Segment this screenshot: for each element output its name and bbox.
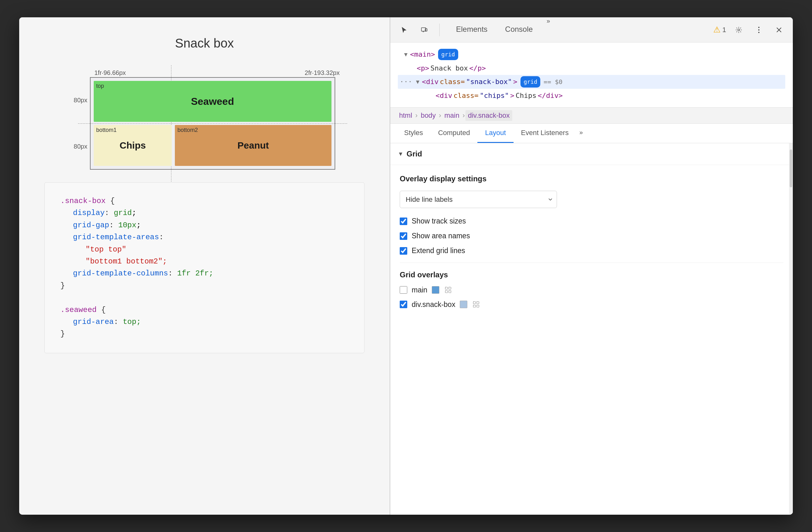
warning-icon: ⚠ <box>713 25 721 34</box>
svg-point-4 <box>758 27 759 28</box>
close-btn[interactable] <box>771 22 786 38</box>
checkbox-track-sizes-label: Show track sizes <box>412 217 466 225</box>
tab-elements[interactable]: Elements <box>447 17 496 42</box>
code-prop-gap: grid-gap <box>73 221 109 229</box>
checkbox-area-names-row: Show area names <box>400 232 783 240</box>
cursor-icon-btn[interactable] <box>396 22 412 38</box>
grid-main: 80px 80px top Seaweed bottom1 Chips <box>74 77 335 170</box>
divider <box>400 263 783 263</box>
code-val-gap: 10px <box>118 221 136 229</box>
dom-equals-sign: == $0 <box>543 76 562 87</box>
svg-point-5 <box>758 29 759 30</box>
warning-count: 1 <box>722 26 726 34</box>
overlay-snackbox-row: div.snack-box <box>400 300 783 309</box>
breadcrumb: html › body › main › div.snack-box <box>390 108 793 124</box>
svg-rect-1 <box>425 29 427 31</box>
grid-cell-bottom1-area-label: bottom1 <box>96 127 117 134</box>
breadcrumb-html[interactable]: html <box>396 110 415 121</box>
more-options-btn[interactable] <box>751 22 766 38</box>
main-grid-badge: grid <box>438 49 458 60</box>
grid-row-label-1: 80px <box>74 97 87 104</box>
code-prop-cols: grid-template-columns <box>73 269 168 278</box>
grid-col-label-2: 2fr·193.32px <box>179 69 340 76</box>
code-val-cols: 1fr 2fr; <box>177 269 213 278</box>
checkbox-area-names-label: Show area names <box>412 232 470 240</box>
code-prop-display: display <box>73 209 105 217</box>
div-grid-badge: grid <box>521 76 540 87</box>
dom-line-div-snackbox[interactable]: ··· ▼ <div class="snack-box"> grid == $0 <box>398 75 785 89</box>
scrollbar[interactable] <box>789 143 793 515</box>
dom-line-p[interactable]: <p>Snack box</p> <box>398 61 785 75</box>
grid-cell-top-area-label: top <box>96 83 104 89</box>
svg-rect-9 <box>445 287 448 289</box>
svg-point-3 <box>738 29 740 31</box>
overlay-main-grid-icon[interactable] <box>444 285 452 294</box>
dom-line-main[interactable]: ▼ <main> grid <box>398 47 785 61</box>
devtools-subtabs: Styles Computed Layout Event Listeners » <box>390 124 793 143</box>
checkbox-track-sizes[interactable] <box>400 218 407 225</box>
code-val-display: grid <box>114 209 132 217</box>
devtools-panel: Elements Console » ⚠ 1 <box>390 17 793 515</box>
svg-rect-15 <box>473 305 476 307</box>
svg-rect-12 <box>449 291 451 293</box>
settings-icon-btn[interactable] <box>731 22 746 38</box>
left-panel: Snack box 1fr·96.66px 2fr·193.32px 80px … <box>19 17 390 515</box>
grid-cell-seaweed: top Seaweed <box>94 81 332 122</box>
code-prop-areas: grid-template-areas <box>73 233 159 241</box>
expand-div-icon[interactable]: ▼ <box>416 77 420 87</box>
svg-rect-14 <box>477 302 479 304</box>
expand-main-icon[interactable]: ▼ <box>404 50 408 59</box>
devtools-main-tabs: Elements Console » <box>447 17 708 42</box>
hide-line-labels-dropdown[interactable]: Hide line labels Show line numbers Show … <box>400 191 557 208</box>
svg-rect-16 <box>477 305 479 307</box>
grid-box: top Seaweed bottom1 Chips bottom2 Peanut <box>90 77 335 170</box>
subtab-computed[interactable]: Computed <box>431 124 478 143</box>
code-prop-area: grid-area <box>73 318 114 326</box>
subtab-layout[interactable]: Layout <box>477 124 513 143</box>
grid-col-label-1: 1fr·96.66px <box>95 69 179 76</box>
overlay-main-color-swatch[interactable] <box>432 286 439 294</box>
grid-section-title: Grid <box>407 150 422 158</box>
layout-panel: ▼ Grid Overlay display settings Hide lin… <box>390 143 793 515</box>
layout-section-body: Overlay display settings Hide line label… <box>390 165 793 324</box>
grid-cell-bottom2-area-label: bottom2 <box>177 127 198 134</box>
three-dots-icon: ··· <box>400 75 412 88</box>
grid-cell-peanut: bottom2 Peanut <box>175 125 331 166</box>
overlay-snackbox-grid-icon[interactable] <box>472 300 480 309</box>
code-areas-val2: "bottom1 bottom2"; <box>86 257 167 266</box>
overlay-main-checkbox[interactable] <box>400 286 407 294</box>
breadcrumb-main[interactable]: main <box>442 110 462 121</box>
checkbox-extend-lines-label: Extend grid lines <box>412 247 465 255</box>
dom-line-chips[interactable]: <div class="chips">Chips</div> <box>398 89 785 103</box>
grid-row-label-2: 80px <box>74 143 87 150</box>
toolbar-right: ⚠ 1 <box>713 22 786 38</box>
grid-cell-chips: bottom1 Chips <box>94 125 172 166</box>
checkbox-extend-lines[interactable] <box>400 247 407 255</box>
grid-labels-top: 1fr·96.66px 2fr·193.32px <box>95 69 340 76</box>
checkbox-area-names[interactable] <box>400 232 407 240</box>
subtab-more[interactable]: » <box>576 124 586 143</box>
subtab-event-listeners[interactable]: Event Listeners <box>513 124 577 143</box>
grid-cell-top-text: Seaweed <box>191 96 234 107</box>
more-tabs-btn[interactable]: » <box>541 17 555 42</box>
page-title: Snack box <box>44 36 364 51</box>
code-class-2: .seaweed <box>60 306 97 314</box>
collapse-arrow-icon: ▼ <box>398 151 404 157</box>
device-icon-btn[interactable] <box>417 22 432 38</box>
grid-overlays-title: Grid overlays <box>400 270 783 279</box>
breadcrumb-body[interactable]: body <box>418 110 438 121</box>
overlay-snackbox-checkbox[interactable] <box>400 300 407 308</box>
grid-section-header[interactable]: ▼ Grid <box>390 143 793 165</box>
svg-rect-13 <box>473 302 476 304</box>
breadcrumb-div-snackbox[interactable]: div.snack-box <box>465 110 512 121</box>
tab-console[interactable]: Console <box>496 17 541 42</box>
overlay-snackbox-label: div.snack-box <box>412 300 455 309</box>
overlay-main-label: main <box>412 286 427 294</box>
scrollbar-thumb[interactable] <box>790 150 792 187</box>
code-class-1: .snack-box <box>60 197 106 205</box>
warning-badge: ⚠ 1 <box>713 25 726 34</box>
checkbox-track-sizes-row: Show track sizes <box>400 217 783 225</box>
overlay-snackbox-color-swatch[interactable] <box>460 300 467 308</box>
subtab-styles[interactable]: Styles <box>396 124 431 143</box>
grid-cell-bottom2-text: Peanut <box>237 140 269 151</box>
